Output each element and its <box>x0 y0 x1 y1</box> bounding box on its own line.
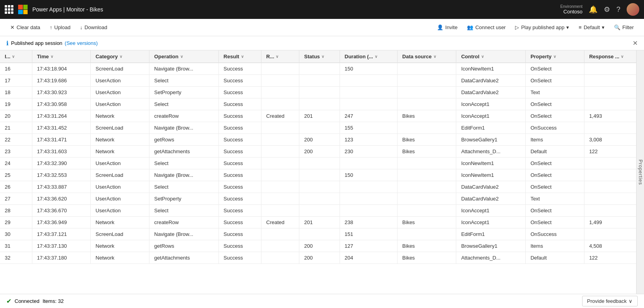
table-row[interactable]: 3217:43:37.180NetworkgetAttachmentsSucce… <box>0 252 644 264</box>
table-cell: OnSelect <box>526 110 584 122</box>
table-cell <box>261 228 299 240</box>
table-row[interactable]: 3017:43:37.121ScreenLoadNavigate (Brow..… <box>0 228 644 240</box>
col-header-control[interactable]: Control ∨ <box>456 50 526 63</box>
invite-icon: 👤 <box>437 24 443 30</box>
user-avatar[interactable] <box>627 3 639 16</box>
col-control-label: Control <box>461 54 479 59</box>
col-header-category[interactable]: Category ∨ <box>91 50 149 63</box>
table-cell <box>398 181 456 193</box>
col-property-label: Property <box>530 54 551 59</box>
table-cell: 17:43:31.264 <box>32 110 91 122</box>
table-cell: Bikes <box>398 134 456 146</box>
see-versions-link[interactable]: (See versions) <box>65 40 98 46</box>
table-cell <box>261 98 299 110</box>
help-icon[interactable]: ? <box>616 6 620 14</box>
table-cell: UserAction <box>91 205 149 217</box>
col-header-status[interactable]: Status ∨ <box>299 50 340 63</box>
main-content: I... ∨ Time ∨ Category ∨ <box>0 50 644 294</box>
connect-user-button[interactable]: 👥 Connect user <box>463 22 510 32</box>
connected-label: Connected <box>15 298 39 304</box>
col-header-duration[interactable]: Duration (... ∨ <box>340 50 397 63</box>
col-header-operation[interactable]: Operation ∨ <box>149 50 219 63</box>
table-cell: 200 <box>299 146 340 158</box>
table-cell: 20 <box>0 110 32 122</box>
provide-feedback-button[interactable]: Provide feedback ∨ <box>582 296 638 306</box>
table-cell: DataCardValue2 <box>456 181 526 193</box>
table-cell: 25 <box>0 169 32 181</box>
table-cell: OnSelect <box>526 181 584 193</box>
table-cell: 17:43:18.904 <box>32 63 91 75</box>
properties-panel-handle[interactable]: Properties <box>636 50 644 294</box>
table-cell: Success <box>218 181 261 193</box>
table-cell <box>584 122 644 134</box>
table-cell: Default <box>526 252 584 264</box>
table-cell: 17:43:37.130 <box>32 240 91 252</box>
col-header-property[interactable]: Property ∨ <box>526 50 584 63</box>
table-cell: 201 <box>299 217 340 228</box>
table-cell <box>340 158 397 169</box>
col-datasource-label: Data source <box>402 54 431 59</box>
table-header: I... ∨ Time ∨ Category ∨ <box>0 50 644 63</box>
table-cell: DataCardValue2 <box>456 193 526 205</box>
table-cell: Navigate (Brow... <box>149 63 219 75</box>
settings-icon[interactable]: ⚙ <box>604 5 610 14</box>
col-header-time[interactable]: Time ∨ <box>32 50 91 63</box>
col-duration-sort-icon: ∨ <box>375 54 377 59</box>
table-row[interactable]: 2217:43:31.471NetworkgetRowsSuccess20012… <box>0 134 644 146</box>
table-cell: Success <box>218 87 261 98</box>
table-cell <box>299 122 340 134</box>
table-cell <box>261 63 299 75</box>
table-cell: 16 <box>0 63 32 75</box>
col-header-id[interactable]: I... ∨ <box>0 50 32 63</box>
table-cell: Network <box>91 110 149 122</box>
upload-button[interactable]: ↑ Upload <box>46 22 75 32</box>
data-table-wrapper[interactable]: I... ∨ Time ∨ Category ∨ <box>0 50 644 294</box>
col-status-sort-icon: ∨ <box>321 54 324 59</box>
table-cell: Created <box>261 217 299 228</box>
table-row[interactable]: 1717:43:19.686UserActionSelectSuccessDat… <box>0 75 644 87</box>
table-row[interactable]: 2117:43:31.452ScreenLoadNavigate (Brow..… <box>0 122 644 134</box>
table-row[interactable]: 2317:43:31.603NetworkgetAttachmentsSucce… <box>0 146 644 158</box>
table-row[interactable]: 2817:43:36.670UserActionSelectSuccessIco… <box>0 205 644 217</box>
table-row[interactable]: 2517:43:32.553ScreenLoadNavigate (Brow..… <box>0 169 644 181</box>
filter-button[interactable]: 🔍 Filter <box>610 22 638 32</box>
table-cell <box>398 158 456 169</box>
table-row[interactable]: 2017:43:31.264NetworkcreateRowSuccessCre… <box>0 110 644 122</box>
table-cell: IconNewItem1 <box>456 169 526 181</box>
table-row[interactable]: 2417:43:32.390UserActionSelectSuccessIco… <box>0 158 644 169</box>
table-row[interactable]: 1917:43:30.958UserActionSelectSuccessIco… <box>0 98 644 110</box>
table-cell <box>299 63 340 75</box>
col-header-datasource[interactable]: Data source ∨ <box>398 50 456 63</box>
notification-icon[interactable]: 🔔 <box>589 5 597 14</box>
col-result-sort-icon: ∨ <box>241 54 244 59</box>
table-cell: SetProperty <box>149 193 219 205</box>
col-header-response[interactable]: Response ... ∨ <box>584 50 644 63</box>
default-button[interactable]: ≡ Default ▾ <box>575 22 609 32</box>
col-response-sort-icon: ∨ <box>621 54 623 59</box>
table-cell <box>299 205 340 217</box>
filter-label: Filter <box>622 24 634 30</box>
table-cell <box>340 205 397 217</box>
table-row[interactable]: 3117:43:37.130NetworkgetRowsSuccess20012… <box>0 240 644 252</box>
table-row[interactable]: 2617:43:33.887UserActionSelectSuccessDat… <box>0 181 644 193</box>
table-cell: OnSelect <box>526 158 584 169</box>
infobar-close-button[interactable]: ✕ <box>633 39 638 47</box>
table-row[interactable]: 1617:43:18.904ScreenLoadNavigate (Brow..… <box>0 63 644 75</box>
col-header-result[interactable]: Result ∨ <box>218 50 261 63</box>
play-published-app-button[interactable]: ▷ Play published app ▾ <box>511 22 573 32</box>
download-button[interactable]: ↓ Download <box>76 22 111 32</box>
table-cell: getAttachments <box>149 146 219 158</box>
invite-button[interactable]: 👤 Invite <box>433 22 461 32</box>
clear-data-button[interactable]: ✕ Clear data <box>6 22 44 32</box>
table-cell <box>584 87 644 98</box>
table-row[interactable]: 2917:43:36.949NetworkcreateRowSuccessCre… <box>0 217 644 228</box>
table-row[interactable]: 2717:43:36.620UserActionSetPropertySucce… <box>0 193 644 205</box>
table-cell: EditForm1 <box>456 228 526 240</box>
topbar-right: Environment Contoso 🔔 ⚙ ? <box>560 3 639 16</box>
table-cell <box>340 87 397 98</box>
waffle-menu[interactable] <box>5 5 13 14</box>
col-header-r[interactable]: R... ∨ <box>261 50 299 63</box>
table-row[interactable]: 1817:43:30.923UserActionSetPropertySucce… <box>0 87 644 98</box>
col-r-sort-icon: ∨ <box>276 54 278 59</box>
table-cell: 17:43:30.923 <box>32 87 91 98</box>
